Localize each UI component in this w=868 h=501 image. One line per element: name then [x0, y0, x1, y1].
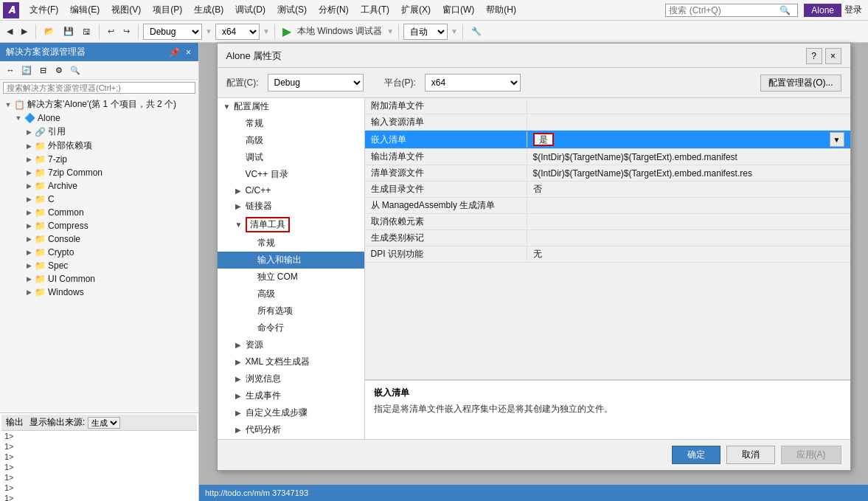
dtree-code-analysis[interactable]: ▶ 代码分析 [218, 421, 364, 438]
spec-arrow: ▶ [24, 262, 34, 269]
menu-file[interactable]: 文件(F) [24, 2, 64, 18]
panel-search-input[interactable] [7, 83, 192, 92]
tree-item-7zip[interactable]: ▶ 📁 7-zip [0, 153, 198, 166]
toolbar-save-btn[interactable]: 💾 [60, 24, 77, 38]
dtree-advanced[interactable]: 高级 [218, 286, 364, 303]
dtree-debug[interactable]: 调试 [218, 149, 364, 166]
panel-sync-btn[interactable]: ↔ [3, 63, 18, 77]
global-search-box[interactable]: 🔍 [665, 4, 798, 17]
dtree-manifest-changgui[interactable]: 常规 [218, 235, 364, 252]
menu-tools[interactable]: 工具(T) [355, 2, 395, 18]
tree-item-ext-deps[interactable]: ▶ 📁 外部依赖项 [0, 139, 198, 153]
dialog-close-btn[interactable]: × [825, 48, 841, 64]
panel-filter-btn[interactable]: ⚙ [52, 63, 66, 77]
tree-solution[interactable]: ▼ 📋 解决方案'Alone'(第 1 个项目，共 2 个) [0, 97, 198, 111]
output-header: 输出 显示输出来源: 生成 [1, 415, 197, 431]
menu-analyze[interactable]: 分析(N) [313, 2, 355, 18]
global-search-input[interactable] [669, 5, 780, 15]
dtree-build-events[interactable]: ▶ 生成事件 [218, 387, 364, 404]
dtree-browse-info[interactable]: ▶ 浏览信息 [218, 370, 364, 387]
dtree-all-opts[interactable]: 所有选项 [218, 303, 364, 319]
tree-item-console[interactable]: ▶ 📁 Console [0, 232, 198, 246]
dtree-standalone-com[interactable]: 独立 COM [218, 269, 364, 286]
prop-value-0[interactable] [527, 105, 850, 108]
tree-project-alone[interactable]: ▼ 🔷 Alone [0, 111, 198, 125]
dtree-changgui[interactable]: 常规 [218, 115, 364, 132]
prop-value-1[interactable] [527, 121, 850, 124]
tree-item-archive[interactable]: ▶ 📁 Archive [0, 179, 198, 193]
dtree-custom-build[interactable]: ▶ 自定义生成步骤 [218, 404, 364, 421]
panel-search-box[interactable] [3, 82, 195, 94]
dtree-config-props[interactable]: ▼ 配置属性 [218, 98, 364, 115]
dtree-gaoji[interactable]: 高级 [218, 132, 364, 149]
dialog-config-select[interactable]: Debug [268, 74, 364, 91]
prop-value-2[interactable]: 是 ▼ [527, 131, 850, 148]
menu-view[interactable]: 视图(V) [105, 2, 147, 18]
config-mgr-btn[interactable]: 配置管理器(O)... [760, 75, 841, 91]
menu-build[interactable]: 生成(B) [188, 2, 229, 18]
prop-value-7[interactable] [527, 221, 850, 224]
panel-search-btn[interactable]: 🔍 [68, 63, 83, 77]
tree-item-c[interactable]: ▶ 📁 C [0, 193, 198, 206]
dialog-help-btn[interactable]: ? [806, 48, 822, 64]
toolbar-open-btn[interactable]: 📂 [41, 24, 58, 38]
changgui-label: 常规 [246, 117, 263, 130]
menu-test[interactable]: 测试(S) [271, 2, 313, 18]
dtree-vcpp[interactable]: VC++ 目录 [218, 166, 364, 183]
toolbar-redo-btn[interactable]: ↪ [119, 24, 133, 38]
all-opts-label: 所有选项 [257, 305, 293, 317]
panel-collapse-btn[interactable]: ⊟ [35, 63, 50, 77]
7zip-label: 7-zip [48, 154, 67, 165]
dtree-cmdline[interactable]: 命令行 [218, 319, 364, 336]
auto-select[interactable]: 自动 [403, 24, 448, 40]
menu-project[interactable]: 项目(P) [147, 2, 188, 18]
dtree-input-output[interactable]: 输入和输出 [218, 252, 364, 269]
platform-select[interactable]: x64 [215, 24, 260, 40]
embed-manifest-dropdown[interactable]: ▼ [830, 132, 844, 147]
cancel-btn[interactable]: 取消 [726, 446, 775, 464]
tree-item-spec[interactable]: ▶ 📁 Spec [0, 259, 198, 272]
linker-arrow: ▶ [235, 202, 246, 210]
tree-item-common[interactable]: ▶ 📁 Common [0, 206, 198, 219]
properties-dialog: Alone 属性页 ? × 配置(C): Debug 平台(P): x64 [217, 43, 851, 471]
nav-back-btn[interactable]: ◀ [3, 24, 16, 38]
panel-close-icon[interactable]: × [184, 47, 192, 58]
config-select[interactable]: Debug [143, 24, 202, 40]
output-line-4: 1> [1, 462, 197, 472]
menu-edit[interactable]: 编辑(E) [64, 2, 105, 18]
dtree-xml-doc[interactable]: ▶ XML 文档生成器 [218, 353, 364, 370]
menu-help[interactable]: 帮助(H) [480, 2, 522, 18]
dtree-cpp[interactable]: ▶ C/C++ [218, 183, 364, 198]
tree-item-7zip-common[interactable]: ▶ 📁 7zip Common [0, 166, 198, 179]
dtree-linker[interactable]: ▶ 链接器 [218, 198, 364, 215]
tree-item-uicommon[interactable]: ▶ 📁 UI Common [0, 272, 198, 286]
toolbar-extra-btn[interactable]: 🔧 [468, 24, 485, 38]
prop-value-5[interactable]: 否 [527, 182, 850, 197]
dtree-manifest-tool[interactable]: ▼ 清单工具 [218, 215, 364, 235]
menu-debug[interactable]: 调试(D) [229, 2, 271, 18]
prop-value-8[interactable] [527, 237, 850, 240]
ok-btn[interactable]: 确定 [672, 446, 721, 464]
login-link[interactable]: 登录 [844, 4, 862, 16]
toolbar-undo-btn[interactable]: ↩ [104, 24, 118, 38]
prop-value-4[interactable]: $(IntDir)$(TargetName)$(TargetExt).embed… [527, 167, 850, 180]
output-source-select[interactable]: 生成 [88, 417, 120, 429]
tree-item-ref[interactable]: ▶ 🔗 引用 [0, 125, 198, 139]
prop-value-6[interactable] [527, 204, 850, 207]
apply-btn[interactable]: 应用(A) [781, 446, 841, 464]
tree-item-compress[interactable]: ▶ 📁 Compress [0, 219, 198, 232]
panel-refresh-btn[interactable]: 🔄 [19, 63, 34, 77]
dtree-resource[interactable]: ▶ 资源 [218, 336, 364, 353]
prop-value-9[interactable]: 无 [527, 246, 850, 262]
menu-window[interactable]: 窗口(W) [437, 2, 480, 18]
nav-fwd-btn[interactable]: ▶ [18, 24, 31, 38]
tree-item-windows[interactable]: ▶ 📁 Windows [0, 286, 198, 299]
toolbar-save2-btn[interactable]: 🖫 [79, 25, 94, 38]
prop-row-4: 清单资源文件 $(IntDir)$(TargetName)$(TargetExt… [365, 165, 850, 182]
menu-extensions[interactable]: 扩展(X) [395, 2, 437, 18]
tree-item-crypto[interactable]: ▶ 📁 Crypto [0, 246, 198, 259]
prop-value-3[interactable]: $(IntDir)$(TargetName)$(TargetExt).embed… [527, 151, 850, 164]
panel-pin-icon[interactable]: 📌 [167, 47, 181, 58]
dialog-platform-select[interactable]: x64 [425, 74, 521, 91]
run-button[interactable]: ▶ [280, 24, 294, 38]
